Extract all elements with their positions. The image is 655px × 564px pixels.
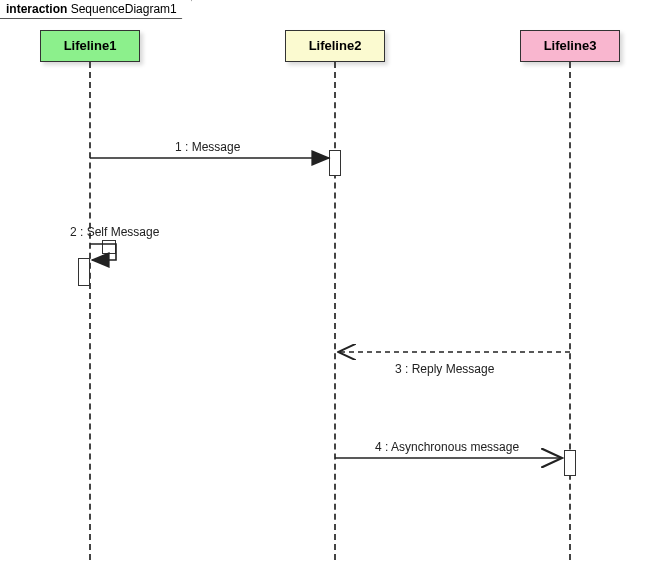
frame-keyword: interaction bbox=[6, 2, 67, 16]
frame-tab: interaction SequenceDiagram1 bbox=[0, 0, 192, 19]
lifeline-lane-3 bbox=[569, 62, 571, 560]
activation-bar bbox=[564, 450, 576, 476]
lifeline-label: Lifeline1 bbox=[64, 38, 117, 53]
lifeline-lane-2 bbox=[334, 62, 336, 560]
message-label: 3 : Reply Message bbox=[395, 362, 494, 376]
lifeline-lane-1 bbox=[89, 62, 91, 560]
lifeline-label: Lifeline3 bbox=[544, 38, 597, 53]
self-message-turn bbox=[102, 240, 116, 254]
activation-bar bbox=[329, 150, 341, 176]
lifeline-head-1: Lifeline1 bbox=[40, 30, 140, 62]
activation-bar bbox=[78, 258, 90, 286]
lifeline-head-3: Lifeline3 bbox=[520, 30, 620, 62]
arrows-overlay bbox=[0, 0, 655, 564]
message-label: 4 : Asynchronous message bbox=[375, 440, 519, 454]
message-label: 1 : Message bbox=[175, 140, 240, 154]
lifeline-head-2: Lifeline2 bbox=[285, 30, 385, 62]
message-label: 2 : Self Message bbox=[70, 225, 159, 239]
lifeline-label: Lifeline2 bbox=[309, 38, 362, 53]
frame-name: SequenceDiagram1 bbox=[71, 2, 177, 16]
